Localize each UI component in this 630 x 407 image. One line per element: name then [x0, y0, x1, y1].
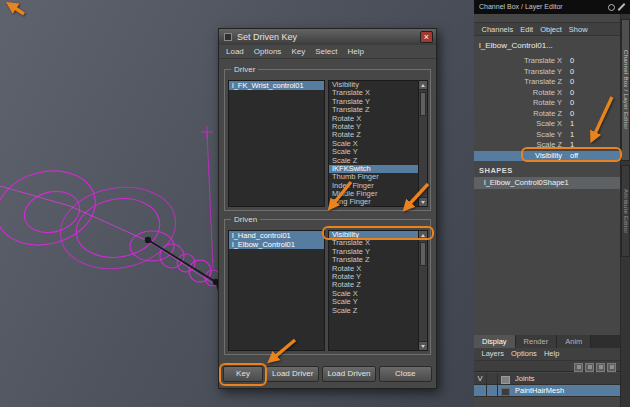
attr-value[interactable]: 1	[570, 140, 620, 151]
scroll-thumb[interactable]	[420, 242, 426, 266]
selected-object-name[interactable]: l_Elbow_Control01...	[479, 41, 553, 50]
menu-load[interactable]: Load	[226, 47, 244, 56]
layer-color-swatch[interactable]	[498, 373, 511, 384]
menu-select[interactable]: Select	[315, 47, 337, 56]
new-layer-from-selected-icon[interactable]	[596, 363, 605, 372]
menu-show[interactable]: Show	[569, 25, 588, 34]
driven-object-list[interactable]: l_Hand_control01 l_Elbow_Control01	[228, 230, 325, 351]
layer-type-cell[interactable]	[487, 373, 498, 384]
scroll-thumb[interactable]	[420, 92, 426, 116]
close-icon[interactable]: ×	[420, 31, 433, 43]
driven-object[interactable]: l_Hand_control01	[229, 231, 324, 240]
driven-attr[interactable]: Scale Z	[329, 307, 418, 315]
tab-display[interactable]: Display	[474, 335, 516, 348]
driver-attr[interactable]: Scale Z	[329, 157, 418, 165]
driver-attr[interactable]: Thumb Finger	[329, 173, 418, 181]
scroll-up-icon[interactable]	[419, 81, 427, 90]
dialog-titlebar[interactable]: Set Driven Key ×	[219, 29, 436, 45]
edit-layer-icon[interactable]	[585, 363, 594, 372]
layer-name[interactable]: Joints	[511, 373, 535, 384]
attr-name[interactable]: Rotate Z	[474, 109, 570, 120]
driver-attr[interactable]: Middle Finger	[329, 190, 418, 198]
pencil-icon[interactable]	[618, 3, 626, 11]
attr-name[interactable]: Translate X	[474, 56, 570, 67]
driver-object[interactable]: l_FK_Wrist_control01	[229, 81, 324, 90]
menu-key[interactable]: Key	[291, 47, 305, 56]
attr-value[interactable]: 0	[570, 56, 620, 67]
menu-options[interactable]: Options	[254, 47, 282, 56]
driver-attr[interactable]: Visibility	[329, 81, 418, 89]
attr-name[interactable]: Rotate Y	[474, 98, 570, 109]
layer-name[interactable]: PaintHairMesh	[511, 385, 564, 396]
driver-attr[interactable]: Rotate Z	[329, 131, 418, 139]
layer-row-painthairmesh[interactable]: PaintHairMesh	[474, 385, 620, 397]
scrollbar[interactable]	[418, 81, 427, 206]
move-layer-icon[interactable]	[574, 363, 583, 372]
attr-value[interactable]: 0	[570, 67, 620, 78]
attr-name[interactable]: Translate Z	[474, 77, 570, 88]
attr-name[interactable]: Scale X	[474, 119, 570, 130]
attr-value[interactable]: 0	[570, 109, 620, 120]
load-driven-button[interactable]: Load Driven	[322, 366, 375, 382]
driven-attr[interactable]: Rotate Z	[329, 281, 418, 289]
menu-help[interactable]: Help	[544, 349, 559, 358]
scroll-up-icon[interactable]	[419, 231, 427, 240]
menu-help[interactable]: Help	[347, 47, 363, 56]
side-tab-channel-box[interactable]: Channel Box / Layer Editor	[621, 19, 630, 161]
driver-attr-selected[interactable]: IKFKSwitch	[329, 165, 418, 173]
scroll-down-icon[interactable]	[419, 197, 427, 206]
attr-name[interactable]: Translate Y	[474, 67, 570, 78]
attr-value[interactable]: 1	[570, 130, 620, 141]
key-button[interactable]: Key	[223, 366, 263, 382]
attr-value[interactable]: 1	[570, 119, 620, 130]
menu-channels[interactable]: Channels	[482, 25, 514, 34]
attr-value[interactable]: off	[570, 151, 620, 162]
attr-name[interactable]: Rotate X	[474, 88, 570, 99]
tab-render[interactable]: Render	[516, 335, 558, 348]
driver-attr[interactable]: Ring Finger	[329, 198, 418, 206]
layer-editor-menubar: LayersOptionsHelp	[474, 348, 620, 360]
tab-anim[interactable]: Anim	[557, 335, 591, 348]
layer-type-cell[interactable]	[487, 385, 498, 396]
load-driver-button[interactable]: Load Driver	[266, 366, 319, 382]
side-tab-attribute-editor[interactable]: Attribute Editor	[621, 165, 630, 257]
shape-node-row[interactable]: l_Elbow_Control0Shape1	[474, 177, 620, 189]
close-button[interactable]: Close	[379, 366, 432, 382]
scroll-down-icon[interactable]	[419, 341, 427, 350]
layer-visibility-toggle[interactable]	[474, 385, 487, 396]
attr-value[interactable]: 0	[570, 98, 620, 109]
driver-object-list[interactable]: l_FK_Wrist_control01	[228, 80, 325, 207]
driver-attr[interactable]: Rotate X	[329, 115, 418, 123]
driven-object[interactable]: l_Elbow_Control01	[229, 240, 324, 249]
menu-edit[interactable]: Edit	[520, 25, 533, 34]
attr-value[interactable]: 0	[570, 77, 620, 88]
scrollbar[interactable]	[418, 231, 427, 350]
menu-options[interactable]: Options	[511, 349, 537, 358]
driver-attr[interactable]: Translate X	[329, 89, 418, 97]
layer-visibility-toggle[interactable]: V	[474, 373, 487, 384]
driven-attr[interactable]: Scale X	[329, 290, 418, 298]
driven-attr[interactable]: Translate Z	[329, 256, 418, 264]
driver-attr[interactable]: Scale Y	[329, 148, 418, 156]
attr-name[interactable]: Scale Y	[474, 130, 570, 141]
attr-value[interactable]: 0	[570, 88, 620, 99]
driver-attr[interactable]: Scale X	[329, 140, 418, 148]
layer-color-swatch[interactable]	[498, 385, 511, 396]
driver-attr[interactable]: Rotate Y	[329, 123, 418, 131]
layer-row-joints[interactable]: V Joints	[474, 373, 620, 385]
attr-name[interactable]: Scale Z	[474, 140, 570, 151]
driven-attr[interactable]: Rotate Y	[329, 273, 418, 281]
driven-attr[interactable]: Translate Y	[329, 248, 418, 256]
menu-object[interactable]: Object	[540, 25, 562, 34]
menu-layers[interactable]: Layers	[482, 349, 505, 358]
new-empty-layer-icon[interactable]	[607, 363, 616, 372]
driven-attr-selected[interactable]: Visibility	[329, 231, 418, 239]
attr-name[interactable]: Visibility	[474, 151, 570, 162]
driven-attr[interactable]: Translate X	[329, 239, 418, 247]
driver-attr[interactable]: Translate Y	[329, 98, 418, 106]
driver-attr[interactable]: Translate Z	[329, 106, 418, 114]
pin-icon[interactable]	[608, 4, 615, 11]
driver-attr[interactable]: Index Finger	[329, 182, 418, 190]
driven-attr[interactable]: Rotate X	[329, 265, 418, 273]
driven-attr[interactable]: Scale Y	[329, 298, 418, 306]
